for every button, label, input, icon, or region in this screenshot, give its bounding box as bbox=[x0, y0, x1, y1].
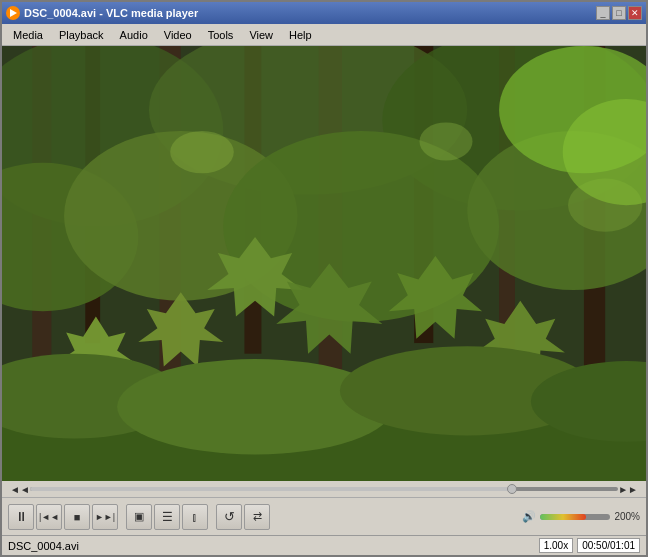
svg-point-22 bbox=[170, 131, 234, 173]
speed-value: 1.00x bbox=[544, 540, 568, 551]
svg-marker-0 bbox=[10, 9, 17, 17]
volume-bar[interactable] bbox=[540, 514, 610, 520]
minimize-button[interactable]: _ bbox=[596, 6, 610, 20]
video-frame bbox=[2, 46, 646, 481]
menu-media[interactable]: Media bbox=[6, 26, 50, 44]
pause-icon: ⏸ bbox=[15, 509, 28, 524]
app-icon bbox=[6, 6, 20, 20]
effects-icon: ⫿ bbox=[192, 511, 198, 523]
loop-button[interactable]: ↺ bbox=[216, 504, 242, 530]
prev-button[interactable]: |◄◄ bbox=[36, 504, 62, 530]
next-button[interactable]: ►►| bbox=[92, 504, 118, 530]
menu-video[interactable]: Video bbox=[157, 26, 199, 44]
menu-view[interactable]: View bbox=[242, 26, 280, 44]
seek-bar-container: ◄◄ ►► bbox=[2, 481, 646, 497]
maximize-button[interactable]: □ bbox=[612, 6, 626, 20]
effects-button[interactable]: ⫿ bbox=[182, 504, 208, 530]
time-value: 00:50/01:01 bbox=[582, 540, 635, 551]
video-area[interactable] bbox=[2, 46, 646, 481]
playback-time: 00:50/01:01 bbox=[577, 538, 640, 553]
seek-backward-button[interactable]: ◄◄ bbox=[10, 484, 30, 495]
playlist-icon: ☰ bbox=[162, 510, 173, 524]
menu-audio[interactable]: Audio bbox=[113, 26, 155, 44]
playlist-button[interactable]: ☰ bbox=[154, 504, 180, 530]
shuffle-icon: ⇄ bbox=[253, 510, 262, 523]
seek-forward-button[interactable]: ►► bbox=[618, 484, 638, 495]
volume-label: 200% bbox=[614, 511, 640, 522]
playback-speed[interactable]: 1.00x bbox=[539, 538, 573, 553]
volume-area: 🔊 200% bbox=[522, 510, 640, 523]
next-icon: ►►| bbox=[95, 512, 115, 522]
menu-help[interactable]: Help bbox=[282, 26, 319, 44]
status-bar: DSC_0004.avi 1.00x 00:50/01:01 bbox=[2, 535, 646, 555]
seek-handle[interactable] bbox=[507, 484, 517, 494]
loop-icon: ↺ bbox=[224, 509, 235, 524]
volume-fill bbox=[540, 514, 586, 520]
seek-fill bbox=[30, 487, 512, 491]
volume-icon: 🔊 bbox=[522, 510, 536, 523]
menu-bar: Media Playback Audio Video Tools View He… bbox=[2, 24, 646, 46]
fullscreen-icon: ▣ bbox=[134, 510, 144, 523]
fullscreen-button[interactable]: ▣ bbox=[126, 504, 152, 530]
menu-playback[interactable]: Playback bbox=[52, 26, 111, 44]
stop-button[interactable]: ■ bbox=[64, 504, 90, 530]
close-button[interactable]: ✕ bbox=[628, 6, 642, 20]
controls-bar: ⏸ |◄◄ ■ ►►| ▣ ☰ ⫿ ↺ bbox=[2, 497, 646, 535]
stop-icon: ■ bbox=[74, 511, 81, 523]
seek-bar[interactable] bbox=[30, 487, 618, 491]
filename-label: DSC_0004.avi bbox=[8, 540, 79, 552]
shuffle-button[interactable]: ⇄ bbox=[244, 504, 270, 530]
title-bar: DSC_0004.avi - VLC media player _ □ ✕ bbox=[2, 2, 646, 24]
menu-tools[interactable]: Tools bbox=[201, 26, 241, 44]
pause-button[interactable]: ⏸ bbox=[8, 504, 34, 530]
window-title: DSC_0004.avi - VLC media player bbox=[24, 7, 198, 19]
prev-icon: |◄◄ bbox=[39, 512, 59, 522]
svg-point-23 bbox=[419, 122, 472, 160]
vlc-window: DSC_0004.avi - VLC media player _ □ ✕ Me… bbox=[0, 0, 648, 557]
